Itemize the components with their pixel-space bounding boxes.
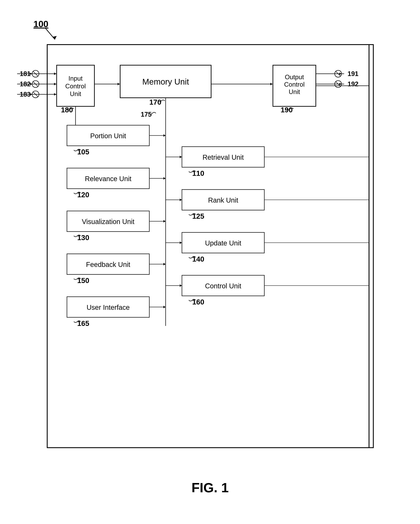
- relevance-unit-label: Relevance Unit: [85, 175, 131, 183]
- ref-125: 125: [192, 212, 204, 220]
- input-control-label: Input: [69, 75, 83, 82]
- ref-120: 120: [77, 191, 89, 199]
- svg-marker-61: [180, 156, 182, 158]
- svg-marker-28: [30, 93, 32, 96]
- svg-marker-8: [117, 83, 120, 85]
- svg-marker-53: [163, 177, 166, 180]
- ref-165: 165: [77, 319, 89, 327]
- input-control-label3: Unit: [70, 90, 81, 97]
- svg-marker-10: [270, 83, 273, 85]
- ref-105: 105: [77, 148, 89, 156]
- svg-marker-22: [30, 83, 32, 85]
- ref-160: 160: [192, 298, 204, 306]
- figure-label: FIG. 1: [192, 480, 229, 495]
- retrieval-unit-label: Retrieval Unit: [203, 154, 244, 161]
- output-control-label2: Control: [284, 81, 304, 88]
- feedback-unit-label: Feedback Unit: [86, 261, 130, 268]
- ref-130: 130: [77, 234, 89, 242]
- svg-marker-12: [54, 73, 56, 75]
- ref-140: 140: [192, 255, 204, 263]
- diagram-svg: 100 Input Control Unit 180 Memory Unit 1…: [0, 0, 420, 524]
- svg-marker-16: [30, 73, 32, 75]
- svg-marker-1: [52, 36, 57, 39]
- svg-marker-24: [54, 93, 56, 96]
- update-unit-label: Update Unit: [205, 239, 241, 247]
- svg-marker-59: [163, 306, 166, 308]
- svg-marker-55: [163, 220, 166, 222]
- visualization-unit-label: Visualization Unit: [82, 218, 134, 225]
- memory-unit-label: Memory Unit: [142, 77, 189, 86]
- output-control-label: Output: [285, 74, 304, 81]
- ref-150: 150: [77, 277, 89, 285]
- ref-191: 191: [348, 70, 358, 77]
- ref-180: 180: [61, 106, 73, 114]
- page: 100 Input Control Unit 180 Memory Unit 1…: [0, 0, 420, 524]
- svg-marker-63: [180, 199, 182, 201]
- portion-unit-label: Portion Unit: [90, 132, 126, 140]
- ref-100-label: 100: [34, 19, 48, 29]
- ref-110: 110: [192, 169, 204, 177]
- ref-192: 192: [348, 80, 358, 88]
- svg-marker-51: [163, 134, 166, 137]
- svg-marker-18: [54, 83, 56, 85]
- svg-marker-65: [180, 242, 182, 244]
- control-unit-label: Control Unit: [205, 282, 241, 290]
- rank-unit-label: Rank Unit: [208, 196, 238, 204]
- svg-marker-57: [163, 263, 166, 265]
- ref-170: 170: [149, 98, 161, 106]
- svg-marker-67: [180, 284, 182, 287]
- input-control-label2: Control: [65, 83, 86, 90]
- ref-190: 190: [281, 106, 293, 114]
- output-control-label3: Unit: [289, 88, 300, 95]
- ref-175: 175: [141, 111, 152, 118]
- user-interface-label: User Interface: [87, 304, 130, 311]
